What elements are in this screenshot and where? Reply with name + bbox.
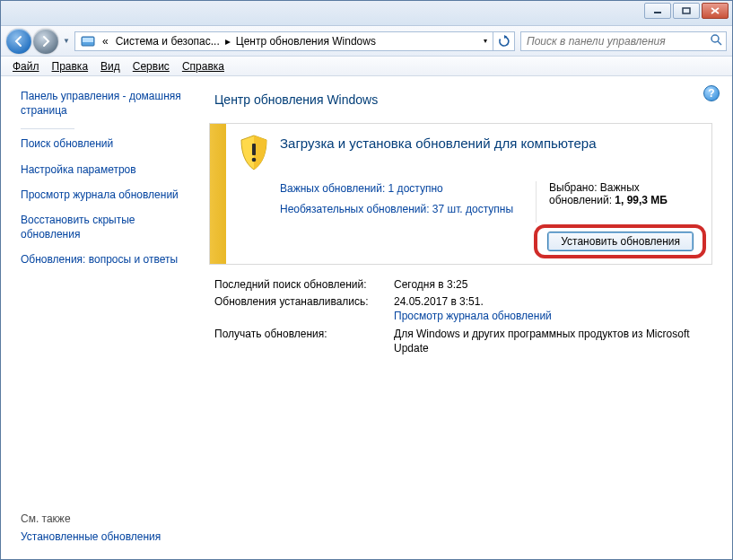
window-body: Панель управления - домашняя страница По… [1,76,732,559]
info-value-installed: 24.05.2017 в 3:51. Просмотр журнала обно… [394,294,712,324]
svg-rect-0 [654,12,661,13]
history-dropdown[interactable]: ▼ [60,31,73,51]
title-bar [1,1,732,26]
breadcrumb-prefix: « [99,35,112,48]
minimize-button[interactable] [644,3,671,19]
info-value-receive: Для Windows и других программных продукт… [394,327,712,355]
info-label-last-check: Последний поиск обновлений: [214,277,394,292]
svg-rect-8 [252,144,256,155]
sidebar-separator [21,128,74,129]
content-area: ? Центр обновления Windows [200,76,732,559]
search-input[interactable] [525,34,710,48]
view-history-link[interactable]: Просмотр журнала обновлений [394,309,712,324]
shield-warning-icon [239,135,269,171]
menu-bar: Файл Правка Вид Сервис Справка [1,57,732,76]
close-button[interactable] [702,3,729,19]
chevron-right-icon: ▸ [223,35,232,48]
sidebar: Панель управления - домашняя страница По… [1,76,200,559]
update-info-table: Последний поиск обновлений: Сегодня в 3:… [209,277,712,356]
menu-tools[interactable]: Сервис [127,59,176,74]
update-status-panel: Загрузка и установка обновлений для комп… [209,123,712,265]
menu-view[interactable]: Вид [94,59,127,74]
address-bar[interactable]: « Система и безопас... ▸ Центр обновлени… [74,31,515,51]
back-button[interactable] [6,29,31,54]
svg-line-7 [718,41,721,45]
forward-button[interactable] [33,29,58,54]
refresh-button[interactable] [493,32,514,50]
sidebar-link-installed-updates[interactable]: Установленные обновления [21,530,189,543]
svg-rect-1 [683,8,690,13]
optional-updates-link[interactable]: Необязательных обновлений: 37 шт. доступ… [280,202,527,217]
svg-point-6 [711,35,719,42]
svg-point-9 [252,158,257,162]
sidebar-link-restore-hidden[interactable]: Восстановить скрытые обновления [21,213,189,241]
sidebar-link-view-history[interactable]: Просмотр журнала обновлений [21,188,189,202]
sidebar-link-change-settings[interactable]: Настройка параметров [21,162,189,177]
info-label-installed: Обновления устанавливались: [214,294,394,324]
sidebar-link-faq[interactable]: Обновления: вопросы и ответы [21,252,189,267]
info-label-receive: Получать обновления: [214,327,394,355]
panel-heading: Загрузка и установка обновлений для комп… [280,135,597,153]
menu-help[interactable]: Справка [176,59,231,74]
sidebar-see-also-label: См. также [21,512,189,530]
window-frame: ▼ « Система и безопас... ▸ Центр обновле… [0,0,733,560]
sidebar-home-link[interactable]: Панель управления - домашняя страница [21,89,189,118]
page-title: Центр обновления Windows [214,92,712,107]
info-value-last-check: Сегодня в 3:25 [394,277,712,292]
breadcrumb-item[interactable]: Система и безопас... [112,35,223,48]
address-dropdown[interactable]: ▾ [476,32,493,50]
install-updates-button[interactable]: Установить обновления [547,232,694,251]
control-panel-icon [81,34,95,48]
selected-updates-text: Выбрано: Важных обновлений: 1, 99,3 МБ [549,181,697,206]
sidebar-link-check-updates[interactable]: Поиск обновлений [21,136,189,151]
help-icon[interactable]: ? [703,85,720,101]
breadcrumb-item[interactable]: Центр обновления Windows [232,35,380,48]
search-box[interactable] [520,31,727,51]
svg-rect-5 [83,38,93,42]
address-bar-row: ▼ « Система и безопас... ▸ Центр обновле… [1,26,732,57]
important-updates-link[interactable]: Важных обновлений: 1 доступно [280,181,527,197]
search-icon[interactable] [710,33,722,48]
status-color-bar [210,124,226,264]
menu-edit[interactable]: Правка [46,59,95,74]
maximize-button[interactable] [673,3,700,19]
menu-file[interactable]: Файл [6,59,46,74]
